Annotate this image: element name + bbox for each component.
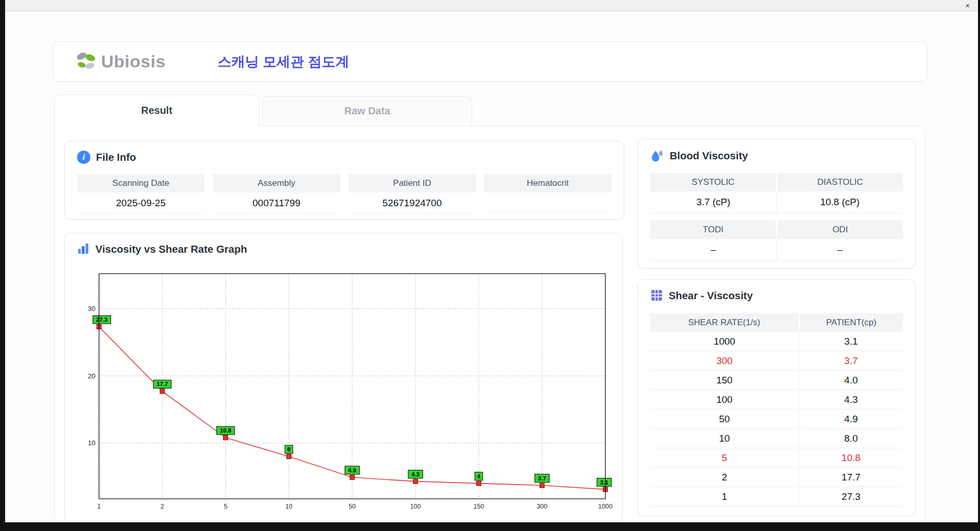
blood-viscosity-card: Blood Viscosity SYSTOLIC DIASTOLIC 3.7 (… bbox=[638, 139, 916, 269]
shear-table-row: 150 4.0 bbox=[650, 371, 903, 390]
field-label: Hematocrit bbox=[484, 174, 611, 192]
ubiosis-logo: Ubiosis bbox=[75, 51, 165, 73]
svg-text:10.8: 10.8 bbox=[220, 427, 232, 433]
field-patient-id: Patient ID 52671924700 bbox=[349, 174, 476, 214]
patient-cell: 3.1 bbox=[799, 332, 903, 351]
svg-text:1000: 1000 bbox=[598, 503, 612, 510]
svg-text:4: 4 bbox=[477, 473, 481, 479]
grid-table-icon bbox=[650, 289, 663, 302]
svg-text:27.3: 27.3 bbox=[96, 317, 107, 323]
shear-rate-cell: 2 bbox=[650, 468, 799, 487]
shear-rate-cell: 300 bbox=[650, 351, 799, 371]
field-assembly: Assembly 000711799 bbox=[213, 174, 340, 214]
svg-text:300: 300 bbox=[537, 503, 548, 510]
bv-value-todi: – bbox=[650, 239, 776, 260]
tab-result[interactable]: Result bbox=[54, 94, 259, 126]
field-label: Scanning Date bbox=[77, 174, 205, 192]
shear-rate-cell: 5 bbox=[650, 448, 799, 468]
file-info-title: File Info bbox=[96, 151, 136, 163]
close-icon[interactable]: × bbox=[965, 1, 970, 10]
patient-cell: 4.3 bbox=[799, 390, 903, 409]
svg-text:10: 10 bbox=[285, 503, 292, 510]
field-hematocrit: Hematocrit bbox=[484, 174, 611, 214]
shear-rate-cell: 100 bbox=[650, 390, 799, 409]
svg-text:10: 10 bbox=[88, 439, 95, 447]
tab-result-label: Result bbox=[141, 105, 172, 116]
shear-viscosity-card: Shear - Viscosity SHEAR RATE(1/s) PATIEN… bbox=[638, 279, 916, 516]
blood-viscosity-table: SYSTOLIC DIASTOLIC 3.7 (cP) 10.8 (cP) TO… bbox=[650, 173, 903, 268]
svg-text:17.7: 17.7 bbox=[157, 381, 168, 387]
bar-chart-icon bbox=[77, 243, 90, 255]
bv-header-systolic: SYSTOLIC bbox=[650, 173, 776, 191]
shear-rate-cell: 150 bbox=[650, 371, 799, 390]
field-value bbox=[484, 192, 611, 213]
shear-table-row: 300 3.7 bbox=[650, 351, 903, 371]
bv-header-todi: TODI bbox=[650, 221, 776, 239]
svg-text:4.3: 4.3 bbox=[411, 471, 420, 477]
field-value: 000711799 bbox=[213, 192, 340, 214]
shear-rate-col-header: SHEAR RATE(1/s) bbox=[650, 313, 799, 332]
bv-value-diastolic: 10.8 (cP) bbox=[776, 191, 903, 213]
field-label: Patient ID bbox=[349, 174, 476, 192]
patient-cell: 3.7 bbox=[799, 351, 903, 371]
patient-cell: 8.0 bbox=[799, 429, 903, 448]
droplet-icon bbox=[650, 149, 664, 162]
field-label: Assembly bbox=[213, 174, 340, 192]
shear-table-row: 1000 3.1 bbox=[650, 332, 903, 351]
svg-text:30: 30 bbox=[88, 305, 95, 312]
svg-text:8: 8 bbox=[287, 446, 291, 452]
shear-table-row: 5 10.8 bbox=[650, 448, 903, 468]
page-title: 스캐닝 모세관 점도계 bbox=[217, 53, 349, 71]
tab-raw-data-label: Raw Data bbox=[344, 105, 390, 117]
viscosity-graph-card: Viscosity vs Shear Rate Graph 1020301251… bbox=[64, 233, 623, 522]
svg-text:20: 20 bbox=[88, 372, 95, 380]
window-edge-left bbox=[0, 0, 5, 531]
patient-cell: 10.8 bbox=[799, 448, 903, 468]
shear-viscosity-title: Shear - Viscosity bbox=[669, 289, 753, 302]
field-scanning-date: Scanning Date 2025-09-25 bbox=[77, 174, 205, 214]
shear-table-row: 10 8.0 bbox=[650, 429, 903, 448]
viscosity-shear-chart: 1020301251050100150300100027.317.710.884… bbox=[80, 269, 614, 514]
blood-viscosity-title: Blood Viscosity bbox=[670, 150, 748, 162]
bv-value-odi: – bbox=[776, 239, 903, 260]
bv-header-odi: ODI bbox=[777, 221, 903, 239]
svg-text:1: 1 bbox=[97, 503, 101, 510]
file-info-card: i File Info Scanning Date 2025-09-25 Ass… bbox=[64, 141, 624, 220]
info-icon: i bbox=[77, 151, 90, 164]
patient-cell: 4.0 bbox=[799, 371, 903, 390]
bv-value-systolic: 3.7 (cP) bbox=[650, 191, 776, 213]
window-edge-right bbox=[978, 0, 980, 531]
svg-text:50: 50 bbox=[349, 503, 356, 510]
svg-text:3.1: 3.1 bbox=[600, 479, 609, 486]
shear-table-row: 2 17.7 bbox=[650, 468, 903, 487]
shear-table-row: 1 27.3 bbox=[650, 487, 903, 506]
patient-col-header: PATIENT(cp) bbox=[799, 313, 903, 332]
svg-text:100: 100 bbox=[410, 503, 421, 510]
shear-viscosity-table: SHEAR RATE(1/s) PATIENT(cp) 1000 3.1 300… bbox=[650, 313, 903, 506]
window-titlebar: × bbox=[5, 0, 978, 11]
svg-text:5: 5 bbox=[224, 503, 228, 510]
shear-table-row: 100 4.3 bbox=[650, 390, 903, 409]
graph-title: Viscosity vs Shear Rate Graph bbox=[95, 243, 247, 255]
svg-text:4.9: 4.9 bbox=[348, 467, 356, 473]
shear-rate-cell: 50 bbox=[650, 409, 799, 429]
patient-cell: 4.9 bbox=[799, 409, 903, 429]
field-value: 2025-09-25 bbox=[77, 192, 205, 214]
patient-cell: 27.3 bbox=[799, 487, 903, 506]
file-info-fields: Scanning Date 2025-09-25 Assembly 000711… bbox=[77, 174, 611, 214]
tab-raw-data[interactable]: Raw Data bbox=[262, 96, 472, 125]
logo-text: Ubiosis bbox=[101, 52, 165, 71]
leaf-logo-icon bbox=[75, 51, 98, 73]
bv-section-systolic-diastolic: SYSTOLIC DIASTOLIC 3.7 (cP) 10.8 (cP) bbox=[650, 173, 903, 213]
field-value: 52671924700 bbox=[349, 192, 476, 214]
shear-rate-cell: 1000 bbox=[650, 332, 799, 351]
shear-rate-cell: 10 bbox=[650, 429, 799, 448]
app-header: Ubiosis 스캐닝 모세관 점도계 bbox=[53, 41, 927, 82]
window-edge-bottom bbox=[0, 522, 980, 531]
shear-table-row: 50 4.9 bbox=[650, 409, 903, 429]
shear-rate-cell: 1 bbox=[650, 487, 799, 506]
patient-cell: 17.7 bbox=[799, 468, 903, 487]
svg-text:150: 150 bbox=[474, 503, 484, 510]
svg-text:2: 2 bbox=[161, 503, 164, 510]
bv-header-diastolic: DIASTOLIC bbox=[777, 173, 903, 191]
